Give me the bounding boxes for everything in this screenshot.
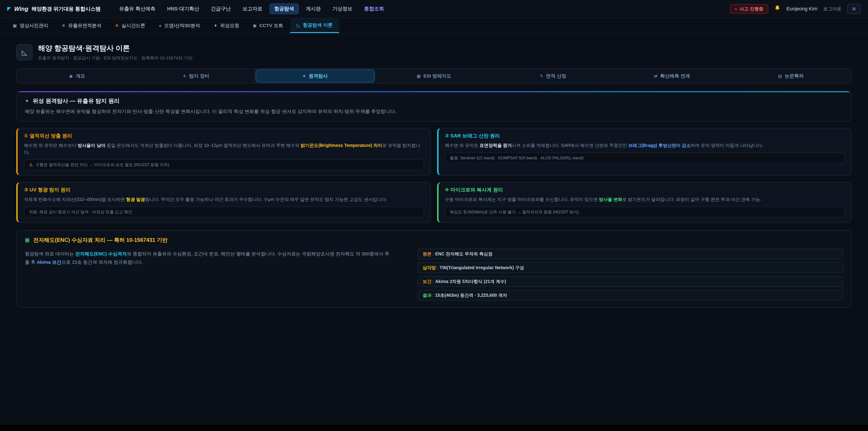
subnav-item-pollution-ship-3d[interactable]: ● 오염/선박3D분석 bbox=[152, 18, 206, 33]
bottom-strip bbox=[0, 425, 868, 431]
document-icon: ▤ bbox=[778, 73, 782, 79]
subnav-label: 위성요청 bbox=[220, 22, 239, 29]
enc-title: ▦ 전자해도(ENC) 수심자료 처리 — 특허 10-1567431 기반 bbox=[25, 237, 843, 244]
pencil-icon: ✎ bbox=[539, 73, 543, 79]
tab-papers-patents[interactable]: ▤ 논문특허 bbox=[732, 70, 850, 82]
top-bar-right: ● 사고 진행중 Eunjeong Kim 로그아웃 ≡ bbox=[730, 4, 861, 14]
page-title-block: 해양 항공탐색·원격탐사 이론 유출유 원격탐지 · 항공감시 기법 · ESI… bbox=[38, 43, 193, 61]
card-uv-fluorescence: ③ UV 형광 탐지 원리 석유계 탄화수소에 자외선(310–400nm)을 … bbox=[16, 182, 431, 223]
subnav-label: 항공탐색 이론 bbox=[303, 22, 333, 28]
card-note: 활용: Sentinel-1(C-band) · KOMPSAT-5(X-ban… bbox=[445, 153, 845, 163]
top-bar: ◤ Wing 해양환경 위기대응 통합시스템 유출유 확산예측 HNS·대기확산… bbox=[0, 0, 868, 18]
subnav-label: 실시간드론 bbox=[121, 22, 145, 29]
warning-icon: ⚠ bbox=[29, 162, 33, 167]
enc-row-value: Akima 2차원 5차다항식 (21개 계수) bbox=[435, 279, 506, 284]
nav-item-integrated-search[interactable]: 통합조회 bbox=[359, 3, 389, 14]
nav-item-spill-prediction[interactable]: 유출유 확산예측 bbox=[114, 3, 160, 14]
cctv-icon: ◉ bbox=[253, 23, 256, 28]
enc-step-row: 삼각망 : TIN(Triangulated Irregular Network… bbox=[418, 263, 843, 273]
card-body: 해수면 위 유막은 해수보다 방사율이 낮아 동일 온도에서도 적외선 방출량이… bbox=[24, 142, 424, 156]
subnav-label: 영상사진관리 bbox=[20, 22, 48, 29]
enc-row-value: 15초(463m) 등간격 · 3,225,600 격자 bbox=[435, 293, 507, 298]
section-title: ✦ 위성 원격탐사 — 유출유 탐지 원리 bbox=[25, 97, 843, 105]
nav-item-weather[interactable]: 기상정보 bbox=[328, 3, 358, 14]
overview-icon: ◉ bbox=[69, 73, 73, 79]
ship-3d-icon: ● bbox=[159, 23, 161, 28]
tab-label: 개요 bbox=[75, 73, 85, 79]
subnav-item-photo-management[interactable]: ▣ 영상사진관리 bbox=[6, 18, 55, 33]
tab-label: 면적 산정 bbox=[546, 73, 566, 79]
enc-row-sep: : bbox=[432, 251, 435, 256]
logout-button[interactable]: 로그아웃 bbox=[823, 6, 841, 12]
card-note: ⚠ 구름은 열적외선을 완전 차단 → 마이크로파 보조 필요 (NGSST 융… bbox=[24, 159, 424, 170]
card-title: ④ 마이크로파 복사계 원리 bbox=[445, 186, 845, 193]
logo-text: Wing bbox=[14, 6, 28, 12]
card-sar-bragg: ② SAR 브래그 산란 원리 해수면 위 유막은 표면장력을 증가시켜 소파를… bbox=[437, 128, 852, 176]
tab-remote-sensing[interactable]: ✦ 원격탐사 bbox=[256, 70, 375, 82]
subnav-item-oil-area-analysis[interactable]: ✳ 유출유면적분석 bbox=[55, 18, 108, 33]
card-note: 적용: 해경 감시 항공기 야간 탐색 · 비정상 유출 신고 확인 bbox=[24, 207, 424, 217]
enc-title-text: 전자해도(ENC) 수심자료 처리 — 특허 10-1567431 기반 bbox=[33, 237, 168, 244]
subnav-item-cctv[interactable]: ◉ CCTV 조회 bbox=[246, 18, 289, 33]
enc-step-row: 결과 : 15초(463m) 등간격 · 3,225,600 격자 bbox=[418, 290, 843, 301]
nav-item-reports[interactable]: 보고자료 bbox=[238, 3, 268, 14]
enc-columns: 항공탐색 좌표 데이터는 전자해도(ENC) 수심격자와 종합되어 유출유의 수… bbox=[25, 249, 843, 301]
subnav-item-satellite-request[interactable]: ✦ 위성요청 bbox=[207, 18, 246, 33]
menu-button[interactable]: ≡ bbox=[847, 4, 861, 14]
nav-item-board[interactable]: 게시판 bbox=[301, 3, 326, 14]
card-thermal-ir: ① 열적외선 방출 원리 해수면 위 유막은 해수보다 방사율이 낮아 동일 온… bbox=[16, 128, 431, 176]
card-title: ② SAR 브래그 산란 원리 bbox=[445, 132, 845, 139]
bell-icon bbox=[774, 5, 780, 13]
enc-row-label: 결과 bbox=[423, 293, 432, 298]
card-note-text: 해상도 한계(50km)로 단독 사용 불가 → 열적외선과 융합 (NGSST… bbox=[450, 209, 579, 215]
enc-row-sep: : bbox=[432, 293, 435, 298]
notification-button[interactable] bbox=[774, 5, 780, 13]
tab-label: 확산예측 연계 bbox=[660, 73, 690, 79]
nav-item-emergency-rescue[interactable]: 긴급구난 bbox=[206, 3, 236, 14]
page-icon-box: ◺ bbox=[16, 44, 33, 60]
ruler-icon: ◺ bbox=[22, 49, 27, 56]
enc-row-value: ENC 전자해도 무작위 측심점 bbox=[435, 251, 493, 256]
tab-esi-map[interactable]: ▦ ESI 방제지도 bbox=[375, 70, 493, 82]
area-analysis-icon: ✳ bbox=[62, 23, 66, 28]
page-header: ◺ 해양 항공탐색·원격탐사 이론 유출유 원격탐지 · 항공감시 기법 · E… bbox=[16, 43, 852, 61]
tab-label: 원격탐사 bbox=[309, 73, 328, 79]
enc-row-label: 보간 bbox=[423, 279, 432, 284]
tab-diffusion-link[interactable]: ⇄ 확산예측 연계 bbox=[612, 70, 731, 82]
enc-row-sep: : bbox=[436, 265, 439, 270]
photo-icon: ▣ bbox=[13, 23, 17, 28]
sub-nav: ▣ 영상사진관리 ✳ 유출유면적분석 ✈ 실시간드론 ● 오염/선박3D분석 ✦… bbox=[0, 18, 868, 33]
main-content: ◺ 해양 항공탐색·원격탐사 이론 유출유 원격탐지 · 항공감시 기법 · E… bbox=[0, 33, 868, 308]
incident-status-badge: ● 사고 진행중 bbox=[730, 4, 768, 14]
main-nav: 유출유 확산예측 HNS·대기확산 긴급구난 보고자료 항공탐색 게시판 기상정… bbox=[114, 3, 389, 14]
enc-steps: 원본 : ENC 전자해도 무작위 측심점 삼각망 : TIN(Triangul… bbox=[418, 249, 843, 301]
card-body: 해수면 위 유막은 표면장력을 증가시켜 소파를 억제합니다. SAR에서 해수… bbox=[445, 142, 845, 149]
tab-label: 논문특허 bbox=[785, 73, 804, 79]
brand-title: 해양환경 위기대응 통합시스템 bbox=[31, 5, 101, 12]
section-title-text: 위성 원격탐사 — 유출유 탐지 원리 bbox=[33, 97, 120, 105]
subnav-item-realtime-drone[interactable]: ✈ 실시간드론 bbox=[109, 18, 152, 33]
logo-icon: ◤ bbox=[7, 6, 11, 12]
satellite-section-icon: ✦ bbox=[25, 98, 29, 104]
enc-row-value: TIN(Triangulated Irregular Network) 구성 bbox=[440, 265, 524, 270]
enc-panel: ▦ 전자해도(ENC) 수심자료 처리 — 특허 10-1567431 기반 항… bbox=[16, 230, 852, 308]
card-body: 석유계 탄화수소에 자외선(310–400nm)을 조사하면 형광 발광합니다.… bbox=[24, 196, 424, 203]
hamburger-icon: ≡ bbox=[852, 5, 856, 12]
equipment-icon: ✈ bbox=[183, 73, 186, 79]
tab-area-calculation[interactable]: ✎ 면적 산정 bbox=[493, 70, 612, 82]
link-icon: ⇄ bbox=[654, 73, 657, 79]
remote-sensing-icon: ✦ bbox=[303, 73, 306, 79]
enc-row-label: 원본 bbox=[423, 251, 432, 256]
satellite-icon: ✦ bbox=[214, 23, 217, 28]
tab-label: ESI 방제지도 bbox=[423, 73, 452, 79]
tab-detection-equipment[interactable]: ✈ 탐지 장비 bbox=[136, 70, 255, 82]
enc-row-label: 삼각망 bbox=[423, 265, 436, 270]
enc-row-sep: : bbox=[432, 279, 435, 284]
tab-overview[interactable]: ◉ 개요 bbox=[18, 70, 136, 82]
card-note: 해상도 한계(50km)로 단독 사용 불가 → 열적외선과 융합 (NGSST… bbox=[445, 207, 845, 217]
nav-item-hns-atmosphere[interactable]: HNS·대기확산 bbox=[162, 3, 204, 14]
page-title: 해양 항공탐색·원격탐사 이론 bbox=[38, 43, 193, 53]
esi-map-icon: ▦ bbox=[416, 73, 421, 79]
subnav-item-aerial-theory[interactable]: ◺ 항공탐색 이론 bbox=[290, 18, 339, 33]
nav-item-aerial-search[interactable]: 항공탐색 bbox=[269, 3, 299, 14]
